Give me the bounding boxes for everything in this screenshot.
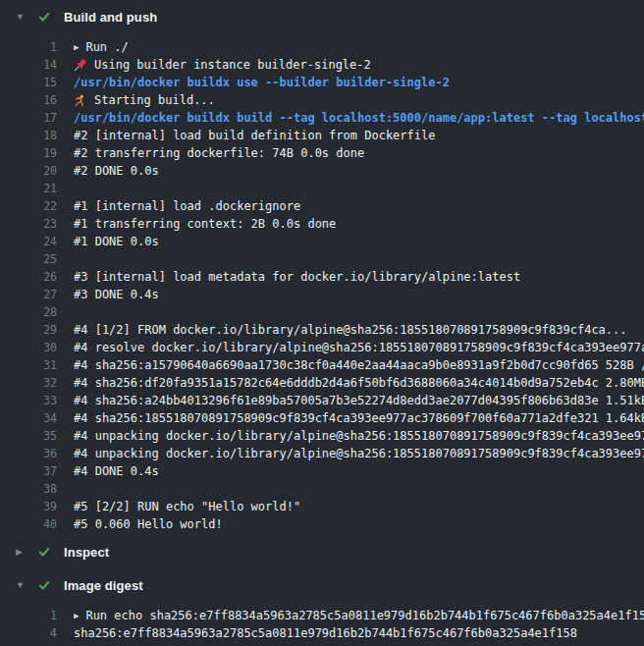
line-number[interactable]: 25 [0, 252, 57, 266]
success-check-icon [37, 10, 51, 24]
line-number[interactable]: 15 [0, 76, 57, 89]
line-text: #5 [2/2] RUN echo "Hello world!" [74, 500, 300, 513]
line-content: #3 DONE 0.4s [74, 288, 644, 301]
line-text: #4 sha256:a24bb4013296f61e89ba57005a7b3e… [74, 394, 644, 407]
line-number[interactable]: 38 [0, 482, 57, 496]
log-line: 39 #5 [2/2] RUN echo "Hello world!" [0, 498, 644, 515]
line-content: #4 sha256:df20fa9351a15782c64e6dddb2d4a6… [74, 376, 644, 390]
line-number[interactable]: 21 [0, 182, 57, 195]
line-number[interactable]: 40 [0, 517, 57, 531]
line-content: Starting build... [74, 93, 644, 107]
log-line: 27 #3 DONE 0.4s [0, 286, 644, 303]
success-check-icon [37, 578, 51, 592]
line-text: #1 transferring context: 2B 0.0s done [74, 217, 336, 231]
log-line: 34 #4 sha256:185518070891758909c9f839cf4… [0, 409, 644, 427]
line-number[interactable]: 39 [0, 500, 57, 513]
log-line: 19 #2 transferring dockerfile: 74B 0.0s … [0, 144, 644, 162]
section-header[interactable]: ▼ Image digest [0, 568, 644, 602]
line-text: #1 [internal] load .dockerignore [74, 199, 300, 213]
line-content: #4 [1/2] FROM docker.io/library/alpine@s… [74, 323, 644, 337]
runner-icon [74, 94, 86, 107]
line-number[interactable]: 17 [0, 111, 57, 125]
line-number[interactable]: 28 [0, 305, 57, 319]
line-content: Using builder instance builder-single-2 [74, 58, 644, 72]
line-number[interactable]: 26 [0, 270, 57, 284]
log-line: 37 #4 DONE 0.4s [0, 462, 644, 480]
line-text: /usr/bin/docker buildx use --builder bui… [74, 76, 450, 89]
section-title: Inspect [64, 545, 109, 560]
line-content: #1 DONE 0.0s [74, 235, 644, 248]
log-section-image-digest: ▼ Image digest 1 ▶ Run echo sha256:e7ff8… [0, 568, 644, 644]
line-content: #4 DONE 0.4s [74, 464, 644, 478]
log-line: 1 ▶ Run echo sha256:e7ff8834a5963a2785c5… [0, 607, 644, 624]
log-line: 22 #1 [internal] load .dockerignore [0, 197, 644, 215]
log-line: 30 #4 resolve docker.io/library/alpine@s… [0, 339, 644, 356]
log-line: 14 Using builder instance builder-single… [0, 56, 644, 74]
line-text: sha256:e7ff8834a5963a2785c5a0811e979d16b… [74, 626, 577, 640]
log-line: 31 #4 sha256:a15790640a6690aa1730c38cf0a… [0, 356, 644, 374]
line-content: /usr/bin/docker buildx use --builder bui… [74, 76, 644, 89]
line-number[interactable]: 22 [0, 199, 57, 213]
line-number[interactable]: 1 [0, 609, 57, 622]
line-number[interactable]: 24 [0, 235, 57, 248]
line-number[interactable]: 1 [0, 40, 57, 54]
log-line: 23 #1 transferring context: 2B 0.0s done [0, 215, 644, 233]
log-line: 40 #5 0.060 Hello world! [0, 515, 644, 533]
log-line: 28 [0, 303, 644, 321]
line-number[interactable]: 35 [0, 429, 57, 443]
log-section-build-and-push: ▼ Build and push 1 ▶ Run ./ 14 [0, 0, 644, 535]
pushpin-icon [74, 59, 86, 72]
workflow-log: ▼ Build and push 1 ▶ Run ./ 14 [0, 0, 644, 646]
line-number[interactable]: 4 [0, 626, 57, 640]
line-text: Run ./ [85, 40, 128, 54]
line-content: ▶ Run echo sha256:e7ff8834a5963a2785c5a0… [74, 609, 644, 622]
log-line: 36 #4 unpacking docker.io/library/alpine… [0, 445, 644, 462]
line-number[interactable]: 14 [0, 58, 57, 72]
line-number[interactable]: 33 [0, 394, 57, 407]
section-body: 1 ▶ Run echo sha256:e7ff8834a5963a2785c5… [0, 602, 644, 644]
line-number[interactable]: 18 [0, 129, 57, 142]
line-number[interactable]: 23 [0, 217, 57, 231]
line-number[interactable]: 16 [0, 93, 57, 107]
line-text: #5 0.060 Hello world! [74, 517, 223, 531]
line-text: #4 DONE 0.4s [74, 464, 159, 478]
chevron-right-icon: ▶ [16, 548, 27, 557]
line-number[interactable]: 27 [0, 288, 57, 301]
expand-group-icon[interactable]: ▶ [74, 43, 79, 52]
log-line: 17 /usr/bin/docker buildx build --tag lo… [0, 109, 644, 127]
line-number[interactable]: 20 [0, 164, 57, 178]
section-header[interactable]: ▼ Build and push [0, 0, 644, 33]
line-number[interactable]: 31 [0, 358, 57, 372]
expand-group-icon[interactable]: ▶ [74, 612, 79, 620]
log-section-inspect: ▶ Inspect [0, 535, 644, 568]
line-content: #4 unpacking docker.io/library/alpine@sh… [74, 447, 644, 460]
chevron-down-icon: ▼ [16, 581, 27, 590]
line-text: #4 sha256:185518070891758909c9f839cf4ca3… [74, 411, 644, 425]
section-title: Image digest [64, 578, 143, 593]
line-content: #1 transferring context: 2B 0.0s done [74, 217, 644, 231]
line-number[interactable]: 37 [0, 464, 57, 478]
line-number[interactable]: 29 [0, 323, 57, 337]
line-number[interactable]: 34 [0, 411, 57, 425]
line-text: #4 unpacking docker.io/library/alpine@sh… [74, 447, 644, 460]
line-text: #1 DONE 0.0s [74, 235, 159, 248]
line-content: #4 unpacking docker.io/library/alpine@sh… [74, 429, 644, 443]
line-text: Run echo sha256:e7ff8834a5963a2785c5a081… [85, 609, 644, 622]
line-text: #3 DONE 0.4s [74, 288, 159, 301]
line-number[interactable]: 36 [0, 447, 57, 460]
log-line: 1 ▶ Run ./ [0, 38, 644, 56]
line-content: #4 sha256:a24bb4013296f61e89ba57005a7b3e… [74, 394, 644, 407]
line-number[interactable]: 30 [0, 341, 57, 354]
line-content: sha256:e7ff8834a5963a2785c5a0811e979d16b… [74, 626, 644, 640]
line-content: #5 0.060 Hello world! [74, 517, 644, 531]
line-text: #2 [internal] load build definition from… [74, 129, 435, 142]
line-content: #2 transferring dockerfile: 74B 0.0s don… [74, 146, 644, 160]
section-header[interactable]: ▶ Inspect [0, 535, 644, 568]
section-body: 1 ▶ Run ./ 14 Using builder instance bui… [0, 33, 644, 535]
line-content: #2 [internal] load build definition from… [74, 129, 644, 142]
log-line: 32 #4 sha256:df20fa9351a15782c64e6dddb2d… [0, 374, 644, 392]
line-number[interactable]: 32 [0, 376, 57, 390]
line-number[interactable]: 19 [0, 146, 57, 160]
log-line: 24 #1 DONE 0.0s [0, 233, 644, 250]
line-content: #4 sha256:185518070891758909c9f839cf4ca3… [74, 411, 644, 425]
